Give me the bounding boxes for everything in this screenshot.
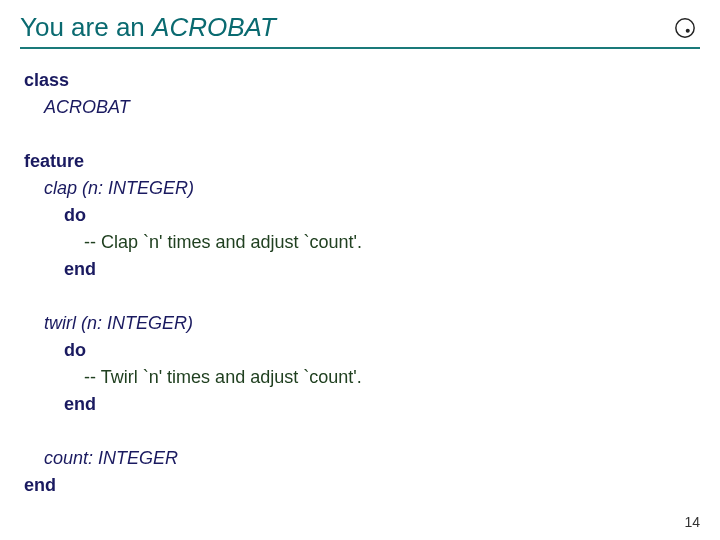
title-bar: You are an ACROBAT [20, 12, 700, 49]
page-title: You are an ACROBAT [20, 12, 276, 43]
clap-comment: -- Clap `n' times and adjust `count'. [84, 232, 362, 252]
keyword-end-class: end [24, 475, 56, 495]
keyword-do: do [64, 340, 86, 360]
twirl-signature: twirl (n: INTEGER) [44, 313, 193, 333]
clap-signature: clap (n: INTEGER) [44, 178, 194, 198]
svg-point-0 [676, 18, 694, 36]
keyword-end: end [64, 394, 96, 414]
eiffel-logo-icon [674, 17, 696, 39]
count-declaration: count: INTEGER [44, 448, 178, 468]
keyword-feature: feature [24, 151, 84, 171]
keyword-class: class [24, 70, 69, 90]
twirl-comment: -- Twirl `n' times and adjust `count'. [84, 367, 362, 387]
title-prefix: You are an [20, 12, 152, 42]
page-number: 14 [684, 514, 700, 530]
title-emphasis: ACROBAT [152, 12, 276, 42]
code-block: class ACROBAT feature clap (n: INTEGER) … [20, 67, 700, 499]
keyword-end: end [64, 259, 96, 279]
class-name: ACROBAT [44, 97, 130, 117]
keyword-do: do [64, 205, 86, 225]
svg-point-1 [686, 28, 690, 32]
